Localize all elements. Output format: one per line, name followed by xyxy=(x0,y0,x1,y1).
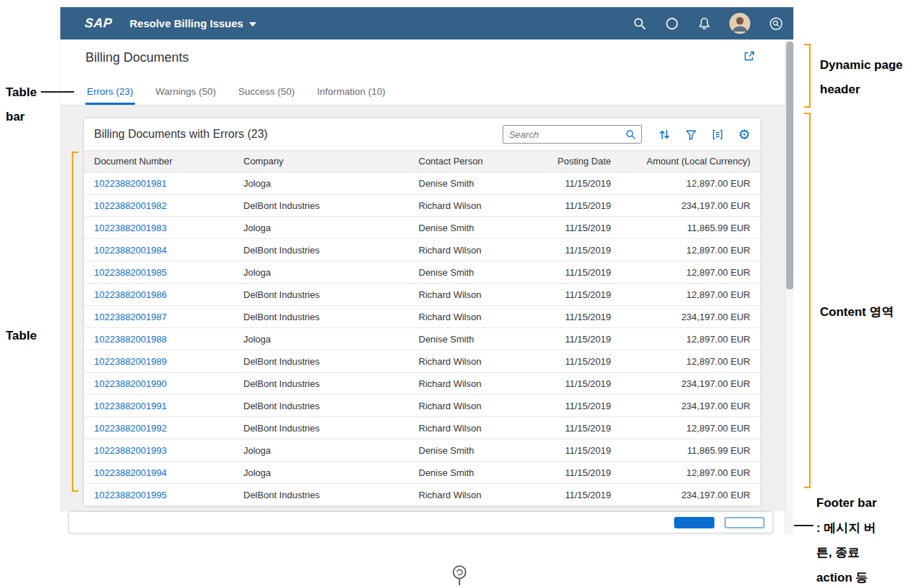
table-row: 10223882001986DelBont IndustriesRichard … xyxy=(84,284,760,306)
document-number-cell: 10223882001995 xyxy=(84,484,233,506)
company-cell: DelBont Industries xyxy=(233,395,409,417)
posting-date-cell: 11/15/2019 xyxy=(535,462,621,484)
document-number-cell: 10223882001991 xyxy=(84,395,233,417)
zoom-cursor-icon xyxy=(449,564,470,587)
contact-person-cell: Richard Wilson xyxy=(409,373,535,395)
table-row: 10223882001995DelBont IndustriesRichard … xyxy=(84,484,760,506)
search-input[interactable] xyxy=(509,129,625,140)
posting-date-cell: 11/15/2019 xyxy=(535,195,621,217)
annotation-bracket-dynamic-header xyxy=(804,44,811,108)
billing-documents-table: Document Number Company Contact Person P… xyxy=(84,150,760,506)
amount-cell: 12,897.00 EUR xyxy=(621,328,760,350)
vertical-scrollbar[interactable] xyxy=(785,39,793,535)
amount-cell: 234,197.00 EUR xyxy=(621,195,760,217)
table-row: 10223882001993JologaDenise Smith11/15/20… xyxy=(84,439,760,462)
amount-cell: 234,197.00 EUR xyxy=(621,306,760,328)
table-row: 10223882001981JologaDenise Smith11/15/20… xyxy=(84,172,760,195)
document-number-cell: 10223882001986 xyxy=(84,284,233,306)
posting-date-cell: 11/15/2019 xyxy=(535,172,621,195)
posting-date-cell: 11/15/2019 xyxy=(535,261,621,284)
contact-person-cell: Denise Smith xyxy=(409,462,535,484)
document-number-cell: 10223882001994 xyxy=(84,462,233,484)
share-icon[interactable] xyxy=(742,50,755,63)
group-button[interactable] xyxy=(712,129,724,141)
table-body: 10223882001981JologaDenise Smith11/15/20… xyxy=(84,172,760,506)
search-field[interactable] xyxy=(503,125,642,144)
app-title-menu[interactable]: Resolve Billing Issues xyxy=(130,17,256,29)
company-cell: DelBont Industries xyxy=(233,195,409,217)
document-number-link[interactable]: 10223882001991 xyxy=(94,401,167,411)
scrollbar-thumb[interactable] xyxy=(786,42,793,289)
contact-person-cell: Richard Wilson xyxy=(409,395,535,417)
document-number-link[interactable]: 10223882001986 xyxy=(94,289,167,300)
tab-errors[interactable]: Errors (23) xyxy=(85,86,135,105)
user-avatar[interactable] xyxy=(729,13,750,34)
amount-cell: 12,897.00 EUR xyxy=(621,417,760,439)
footer-secondary-button[interactable] xyxy=(724,517,765,528)
document-number-link[interactable]: 10223882001995 xyxy=(94,490,167,500)
document-number-link[interactable]: 10223882001985 xyxy=(94,267,167,278)
document-number-cell: 10223882001982 xyxy=(84,195,233,217)
document-number-cell: 10223882001988 xyxy=(84,328,233,350)
annotation-table: Table xyxy=(6,324,37,348)
footer-bar xyxy=(68,511,773,533)
amount-cell: 12,897.00 EUR xyxy=(621,284,760,306)
document-number-link[interactable]: 10223882001993 xyxy=(94,445,167,456)
tab-success[interactable]: Success (50) xyxy=(237,86,297,105)
document-number-link[interactable]: 10223882001990 xyxy=(94,378,167,389)
content-area: Billing Documents with Errors (23) xyxy=(60,106,785,511)
filter-button[interactable] xyxy=(685,129,697,141)
document-number-link[interactable]: 10223882001994 xyxy=(94,467,167,478)
annotation-dynamic-page-header: Dynamic page header xyxy=(820,53,902,102)
table-row: 10223882001982DelBont IndustriesRichard … xyxy=(84,195,760,217)
document-number-link[interactable]: 10223882001984 xyxy=(94,245,167,256)
chevron-down-icon xyxy=(249,22,256,27)
column-header-document-number: Document Number xyxy=(84,151,233,172)
annotation-footer-bar: Footer bar : 메시지 버 튼, 종료 action 등 xyxy=(816,491,877,588)
company-cell: DelBont Industries xyxy=(233,373,409,395)
posting-date-cell: 11/15/2019 xyxy=(535,350,621,373)
posting-date-cell: 11/15/2019 xyxy=(535,484,621,506)
company-cell: DelBont Industries xyxy=(233,350,409,373)
table-row: 10223882001985JologaDenise Smith11/15/20… xyxy=(84,261,760,284)
notifications-bell-icon[interactable] xyxy=(698,17,711,30)
search-icon[interactable] xyxy=(625,129,636,140)
document-number-link[interactable]: 10223882001988 xyxy=(94,334,167,345)
sort-button[interactable] xyxy=(658,129,671,141)
annotation-content-area: Content 영역 xyxy=(820,300,894,325)
search-icon[interactable] xyxy=(633,17,646,30)
tab-warnings[interactable]: Warnings (50) xyxy=(154,86,218,105)
document-number-link[interactable]: 10223882001983 xyxy=(94,223,167,233)
annotation-bracket-table xyxy=(72,151,78,492)
contact-person-cell: Denise Smith xyxy=(409,439,535,462)
contact-person-cell: Denise Smith xyxy=(409,172,535,195)
table-row: 10223882001983JologaDenise Smith11/15/20… xyxy=(84,217,760,239)
amount-cell: 12,897.00 EUR xyxy=(621,462,760,484)
company-cell: Jologa xyxy=(233,172,409,195)
company-cell: DelBont Industries xyxy=(233,417,409,439)
table-row: 10223882001991DelBont IndustriesRichard … xyxy=(84,395,760,417)
document-number-link[interactable]: 10223882001987 xyxy=(94,312,167,322)
document-number-link[interactable]: 10223882001992 xyxy=(94,423,167,434)
amount-cell: 234,197.00 EUR xyxy=(621,373,760,395)
copilot-icon[interactable] xyxy=(665,17,679,31)
search-circle-icon[interactable] xyxy=(769,17,783,31)
posting-date-cell: 11/15/2019 xyxy=(535,284,621,306)
settings-gear-icon[interactable]: ⚙ xyxy=(738,129,750,141)
footer-primary-button[interactable] xyxy=(674,517,714,528)
posting-date-cell: 11/15/2019 xyxy=(535,306,621,328)
amount-cell: 234,197.00 EUR xyxy=(621,484,760,506)
posting-date-cell: 11/15/2019 xyxy=(535,328,621,350)
document-number-cell: 10223882001985 xyxy=(84,261,233,284)
document-number-link[interactable]: 10223882001989 xyxy=(94,356,167,367)
document-number-cell: 10223882001990 xyxy=(84,373,233,395)
tab-information[interactable]: Information (10) xyxy=(316,86,387,105)
document-number-cell: 10223882001992 xyxy=(84,417,233,439)
document-number-link[interactable]: 10223882001982 xyxy=(94,200,167,211)
table-row: 10223882001992DelBont IndustriesRichard … xyxy=(84,417,760,439)
document-number-link[interactable]: 10223882001981 xyxy=(94,178,167,189)
amount-cell: 11,865.99 EUR xyxy=(621,439,760,462)
table-actions: ⚙ xyxy=(658,129,750,141)
column-header-company: Company xyxy=(233,151,409,172)
app-title-label: Resolve Billing Issues xyxy=(130,17,243,29)
